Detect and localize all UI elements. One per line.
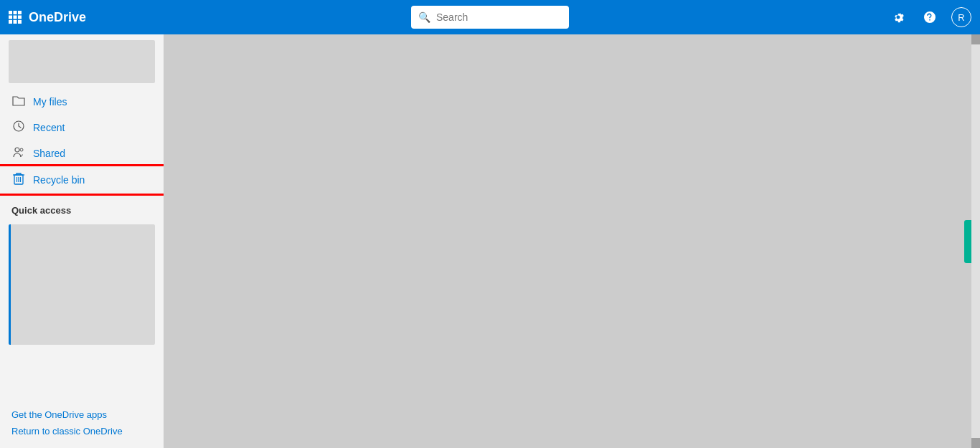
help-icon[interactable] [920,7,940,27]
settings-icon[interactable] [888,7,908,27]
sidebar-item-shared[interactable]: Shared [0,140,164,166]
folder-icon [11,95,26,109]
recycle-bin-icon [11,172,26,188]
svg-rect-2 [18,11,22,14]
svg-rect-1 [14,11,17,14]
recent-icon [11,120,26,135]
get-apps-link[interactable]: Get the OneDrive apps [11,409,152,420]
quick-access-label: Quick access [0,194,164,221]
quick-access-card [9,224,155,345]
svg-rect-5 [18,16,22,19]
scrollbar[interactable] [971,34,980,448]
svg-rect-3 [9,16,12,19]
sidebar: My files Recent Shared [0,34,164,448]
waffle-icon[interactable] [9,11,22,24]
svg-point-10 [15,148,19,152]
search-input[interactable] [436,11,562,23]
avatar[interactable]: R [951,7,971,27]
sidebar-placeholder [9,40,155,83]
scrollbar-arrow-down[interactable] [971,438,980,448]
my-files-label: My files [33,96,67,108]
svg-rect-4 [14,16,17,19]
svg-point-11 [20,148,23,151]
svg-rect-6 [9,20,12,24]
header-right: R [888,7,971,27]
shared-icon [11,146,26,161]
recent-label: Recent [33,122,65,133]
sidebar-item-recycle-bin[interactable]: Recycle bin [0,166,164,194]
sidebar-footer: Get the OneDrive apps Return to classic … [0,398,164,448]
search-icon: 🔍 [418,11,430,23]
search-bar[interactable]: 🔍 [411,6,569,29]
header: OneDrive 🔍 R [0,0,980,34]
svg-rect-0 [9,11,12,14]
main-layout: My files Recent Shared [0,34,980,448]
content-area [164,34,980,448]
sidebar-item-recent[interactable]: Recent [0,115,164,140]
svg-rect-7 [14,20,17,24]
app-title: OneDrive [29,10,86,25]
recycle-bin-label: Recycle bin [33,174,85,186]
svg-rect-8 [18,20,22,24]
green-badge [964,220,971,263]
sidebar-item-my-files[interactable]: My files [0,89,164,115]
classic-link[interactable]: Return to classic OneDrive [11,426,152,437]
shared-label: Shared [33,148,65,159]
scrollbar-arrow-up[interactable] [971,34,980,44]
